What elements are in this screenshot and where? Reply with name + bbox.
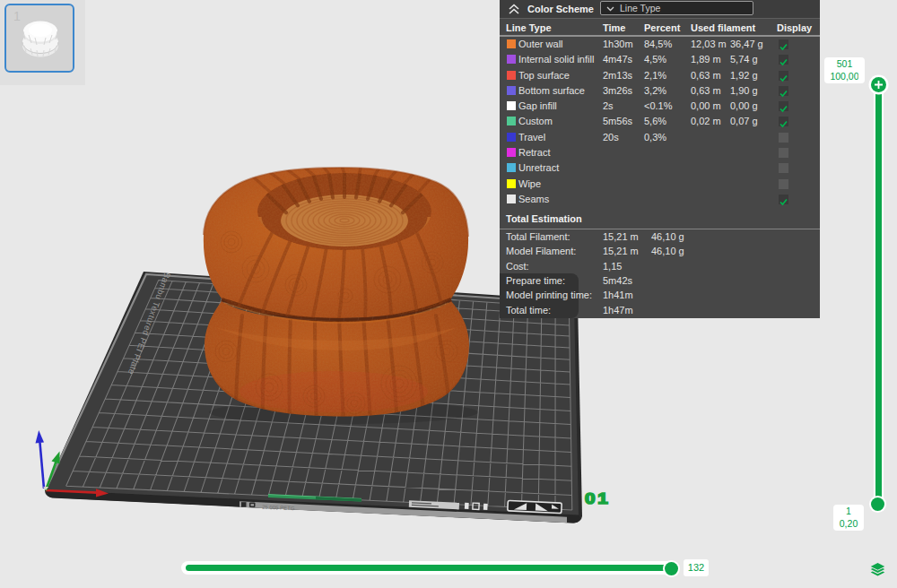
svg-text:01: 01 [585,490,610,507]
svg-text:25.005 PETG: 25.005 PETG [262,505,295,512]
